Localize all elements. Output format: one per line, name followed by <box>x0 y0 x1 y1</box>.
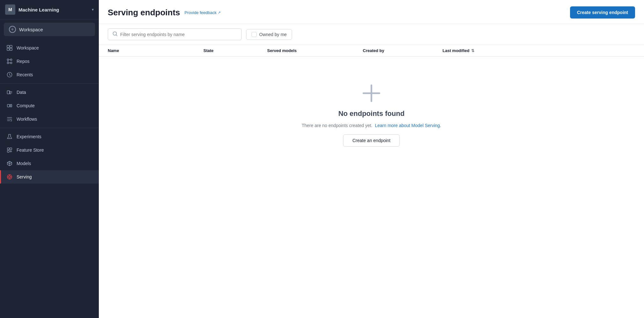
svg-point-7 <box>11 62 12 64</box>
sidebar-divider-2 <box>0 128 99 128</box>
sidebar-item-workspace[interactable]: Workspace <box>0 41 99 55</box>
svg-rect-10 <box>7 104 10 107</box>
svg-rect-3 <box>10 48 12 50</box>
filters-bar: Owned by me <box>99 24 644 45</box>
empty-state: No endpoints found There are no endpoint… <box>99 57 644 172</box>
sidebar-item-models[interactable]: Models <box>0 157 99 170</box>
sidebar-item-label: Recents <box>17 72 33 77</box>
sidebar-item-compute[interactable]: Compute <box>0 99 99 112</box>
sidebar-item-data[interactable]: Data <box>0 86 99 99</box>
sidebar-item-workflows[interactable]: Workflows <box>0 112 99 126</box>
svg-rect-17 <box>7 150 9 152</box>
sidebar-item-label: Experiments <box>17 134 41 139</box>
search-icon <box>113 31 118 37</box>
svg-point-12 <box>11 105 11 106</box>
sidebar-item-label: Compute <box>17 103 35 108</box>
empty-subtitle: There are no endpoints created yet. Lear… <box>302 123 441 128</box>
models-icon <box>6 160 13 167</box>
sidebar: M Machine Learning ▾ + Workspace Workspa… <box>0 0 99 318</box>
main-content: Serving endpoints Provide feedback ↗ Cre… <box>99 0 644 318</box>
column-header-served-models: Served models <box>267 48 363 53</box>
new-button[interactable]: + Workspace <box>4 23 95 36</box>
svg-rect-2 <box>7 48 9 50</box>
sidebar-logo: M <box>5 4 15 15</box>
sidebar-title: Machine Learning <box>18 7 89 12</box>
feedback-link-text: Provide feedback <box>185 10 216 15</box>
svg-rect-9 <box>7 91 10 94</box>
search-wrapper <box>108 28 242 40</box>
serving-icon <box>6 174 13 180</box>
data-icon <box>6 89 13 95</box>
sidebar-item-experiments[interactable]: Experiments <box>0 130 99 143</box>
sidebar-item-label: Data <box>17 90 26 95</box>
page-title: Serving endpoints <box>108 8 180 18</box>
svg-rect-11 <box>10 104 12 107</box>
svg-point-19 <box>9 176 11 178</box>
sidebar-item-serving[interactable]: Serving <box>0 170 99 184</box>
empty-title: No endpoints found <box>338 110 405 118</box>
main-header: Serving endpoints Provide feedback ↗ Cre… <box>99 0 644 24</box>
repos-icon <box>6 58 13 64</box>
svg-rect-16 <box>10 148 12 150</box>
sidebar-item-repos[interactable]: Repos <box>0 55 99 68</box>
svg-point-4 <box>7 59 9 61</box>
svg-point-5 <box>11 59 12 61</box>
sort-icon: ⇅ <box>471 49 474 53</box>
plus-icon: + <box>9 26 16 33</box>
svg-rect-0 <box>7 45 9 48</box>
feedback-link[interactable]: Provide feedback ↗ <box>185 10 221 15</box>
column-header-name: Name <box>108 48 203 53</box>
column-header-state: State <box>203 48 267 53</box>
table-header: Name State Served models Created by Last… <box>99 45 644 57</box>
feature-store-icon <box>6 147 13 153</box>
search-input[interactable] <box>120 32 237 37</box>
sidebar-item-label: Models <box>17 161 31 166</box>
sidebar-item-feature-store[interactable]: Feature Store <box>0 143 99 157</box>
sidebar-item-label: Workflows <box>17 117 37 122</box>
experiments-icon <box>6 133 13 140</box>
column-header-last-modified[interactable]: Last modified ⇅ <box>443 48 635 53</box>
recents-icon <box>6 72 13 78</box>
svg-rect-1 <box>10 45 12 48</box>
chevron-down-icon: ▾ <box>92 7 94 12</box>
svg-point-6 <box>7 62 9 64</box>
sidebar-item-label: Serving <box>17 174 32 179</box>
sidebar-header[interactable]: M Machine Learning ▾ <box>0 0 99 19</box>
title-area: Serving endpoints Provide feedback ↗ <box>108 8 221 18</box>
learn-more-link[interactable]: Learn more about Model Serving. <box>375 123 441 128</box>
sidebar-divider <box>0 83 99 84</box>
svg-point-14 <box>9 137 10 138</box>
workflows-icon <box>6 116 13 122</box>
column-header-created-by: Created by <box>363 48 443 53</box>
sidebar-item-label: Feature Store <box>17 148 44 153</box>
svg-point-13 <box>11 106 11 107</box>
create-serving-endpoint-button[interactable]: Create serving endpoint <box>570 6 635 19</box>
create-endpoint-button[interactable]: Create an endpoint <box>343 134 399 147</box>
sidebar-nav: Workspace Repos Recents <box>0 39 99 318</box>
sidebar-item-label: Workspace <box>17 45 39 50</box>
owned-by-me-label: Owned by me <box>259 32 287 37</box>
svg-rect-15 <box>7 148 9 150</box>
new-button-label: Workspace <box>19 27 43 32</box>
compute-icon <box>6 102 13 109</box>
table-container: Name State Served models Created by Last… <box>99 45 644 318</box>
sidebar-item-label: Repos <box>17 59 29 64</box>
empty-plus-icon <box>360 82 383 104</box>
owned-by-me-filter[interactable]: Owned by me <box>246 29 292 40</box>
workspace-icon <box>6 45 13 51</box>
external-link-icon: ↗ <box>218 11 221 15</box>
sidebar-item-recents[interactable]: Recents <box>0 68 99 81</box>
owned-by-me-checkbox[interactable] <box>252 32 257 37</box>
